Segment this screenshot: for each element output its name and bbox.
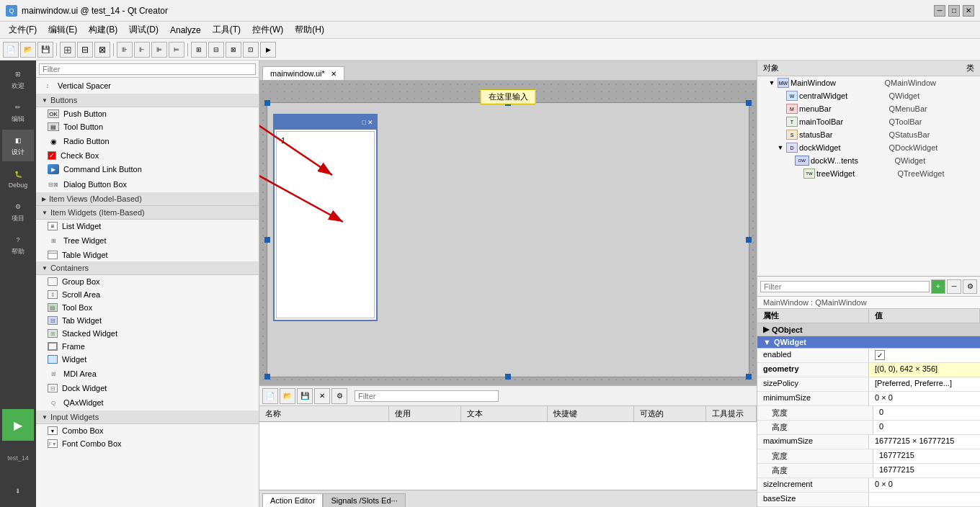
toolbar-grid-2[interactable]: ⊟: [208, 42, 224, 58]
side-run[interactable]: ▶: [2, 409, 34, 441]
bottom-filter-input[interactable]: [355, 390, 499, 402]
toolbar-preview[interactable]: ▶: [260, 42, 276, 58]
handle-tl[interactable]: [264, 100, 270, 106]
widget-vertical-spacer[interactable]: ↕ Vertical Spacer: [36, 78, 259, 94]
toolbar-new[interactable]: 📄: [3, 42, 19, 58]
widget-list-widget[interactable]: ≡ List Widget: [36, 220, 259, 233]
toolbar-btn-2[interactable]: ⊞: [60, 42, 76, 58]
menu-controls[interactable]: 控件(W): [246, 22, 289, 37]
section-item-widgets[interactable]: ▼ Item Widgets (Item-Based): [36, 206, 259, 220]
toolbar-grid-1[interactable]: ⊞: [191, 42, 207, 58]
main-window-surface[interactable]: □ ✕ 1: [267, 102, 749, 377]
side-welcome[interactable]: ⊞ 欢迎: [2, 63, 34, 95]
widget-font-combo-box[interactable]: F▼ Font Combo Box: [36, 437, 259, 450]
widget-dock-widget[interactable]: ⊟ Dock Widget: [36, 382, 259, 395]
toolbar-align-1[interactable]: ⊪: [117, 42, 133, 58]
prop-row-height2[interactable]: 高度 16777215: [757, 464, 980, 478]
maximize-button[interactable]: □: [948, 5, 960, 17]
toolbar-grid-3[interactable]: ⊠: [226, 42, 241, 58]
widget-tool-button[interactable]: ▤ Tool Button: [36, 120, 259, 133]
widget-push-button[interactable]: OK Push Button: [36, 107, 259, 120]
widget-tab-widget[interactable]: ⊟ Tab Widget: [36, 314, 259, 327]
action-delete[interactable]: ✕: [314, 388, 330, 404]
canvas-dot-background[interactable]: 在这里输入: [259, 81, 757, 385]
sub-dialog-content[interactable]: 1: [276, 131, 375, 318]
widget-frame[interactable]: Frame: [36, 340, 259, 353]
prop-remove-btn[interactable]: ─: [947, 279, 961, 294]
action-open[interactable]: 📂: [280, 388, 295, 404]
toolbar-grid-4[interactable]: ⊡: [243, 42, 259, 58]
handle-bm[interactable]: [505, 374, 511, 380]
prop-row-sizeincrement[interactable]: sizeIncrement 0 × 0: [757, 478, 980, 493]
obj-row-docktents[interactable]: DW dockW...tents QWidget: [757, 154, 980, 167]
toolbar-align-3[interactable]: ⊫: [151, 42, 167, 58]
prop-group-qobject[interactable]: ▶ QObject: [757, 323, 980, 336]
widget-stacked-widget[interactable]: ⊞ Stacked Widget: [36, 327, 259, 340]
handle-br[interactable]: [746, 374, 752, 380]
close-button[interactable]: ✕: [963, 5, 974, 17]
widget-tree-widget[interactable]: ⊞ Tree Widget: [36, 233, 259, 248]
menu-tools[interactable]: 工具(T): [207, 22, 246, 37]
obj-row-treewidget[interactable]: TW treeWidget QTreeWidget: [757, 167, 980, 180]
canvas-tab[interactable]: mainwindow.ui* ✕: [262, 66, 344, 80]
widget-qax-widget[interactable]: Q QAxWidget: [36, 395, 259, 410]
side-test14[interactable]: test_14: [2, 442, 34, 474]
side-arrow-down[interactable]: ⬇: [2, 475, 34, 507]
widget-combo-box[interactable]: ▼ Combo Box: [36, 424, 259, 437]
side-design[interactable]: ◧ 设计: [2, 130, 34, 161]
menu-file[interactable]: 文件(F): [3, 22, 43, 37]
toolbar-align-4[interactable]: ⊨: [169, 42, 184, 58]
obj-row-menubar[interactable]: M menuBar QMenuBar: [757, 102, 980, 115]
toolbar-save[interactable]: 💾: [37, 42, 53, 58]
obj-row-dockwidget[interactable]: ▼ D dockWidget QDockWidget: [757, 141, 980, 154]
section-containers[interactable]: ▼ Containers: [36, 261, 259, 275]
prop-row-width1[interactable]: 宽度 0: [757, 406, 980, 421]
menu-analyze[interactable]: Analyze: [164, 24, 207, 37]
sub-dialog[interactable]: □ ✕ 1: [273, 114, 378, 321]
tab-signals-slots[interactable]: Signals /Slots Ed···: [323, 493, 405, 507]
action-save[interactable]: 💾: [297, 388, 313, 404]
sub-dialog-close[interactable]: ✕: [368, 119, 373, 126]
widget-scroll-area[interactable]: ⇕ Scroll Area: [36, 288, 259, 301]
prop-add-btn[interactable]: +: [931, 279, 945, 294]
widget-table-widget[interactable]: Table Widget: [36, 248, 259, 261]
prop-row-basesize[interactable]: baseSize: [757, 493, 980, 507]
handle-tr[interactable]: [746, 100, 752, 106]
toolbar-btn-4[interactable]: ⊠: [94, 42, 110, 58]
menu-edit[interactable]: 编辑(E): [43, 22, 83, 37]
minimize-button[interactable]: ─: [934, 5, 945, 17]
tab-action-editor[interactable]: Action Editor: [262, 493, 323, 507]
prop-row-sizepolicy[interactable]: sizePolicy [Preferred, Preferre...]: [757, 377, 980, 392]
section-item-views[interactable]: ▶ Item Views (Model-Based): [36, 192, 259, 206]
obj-row-maintoolbar[interactable]: T mainToolBar QToolBar: [757, 115, 980, 128]
prop-row-minimumsize[interactable]: minimumSize 0 × 0: [757, 392, 980, 406]
widget-widget[interactable]: Widget: [36, 353, 259, 366]
tab-close-icon[interactable]: ✕: [331, 70, 337, 78]
section-buttons[interactable]: ▼ Buttons: [36, 94, 259, 107]
section-input-widgets[interactable]: ▼ Input Widgets: [36, 410, 259, 424]
sub-dialog-restore[interactable]: □: [362, 119, 366, 126]
widget-radio-button[interactable]: ◉ Radio Button: [36, 133, 259, 149]
menu-help[interactable]: 帮助(H): [289, 22, 330, 37]
widget-dialog-button[interactable]: ⊟⊠ Dialog Button Box: [36, 176, 259, 192]
widget-tool-box[interactable]: ▤ Tool Box: [36, 301, 259, 314]
prop-row-geometry[interactable]: geometry [(0, 0), 642 × 356]: [757, 363, 980, 377]
prop-row-maximumsize[interactable]: maximumSize 16777215 × 16777215: [757, 435, 980, 449]
handle-bl[interactable]: [264, 374, 270, 380]
side-debug[interactable]: 🐛 Debug: [2, 163, 34, 194]
prop-group-qwidget[interactable]: ▼ QWidget: [757, 336, 980, 349]
toolbar-align-2[interactable]: ⊩: [134, 42, 150, 58]
prop-filter-input[interactable]: [760, 281, 930, 292]
widget-check-box[interactable]: ✓ Check Box: [36, 149, 259, 162]
title-bar-controls[interactable]: ─ □ ✕: [934, 5, 974, 17]
side-project[interactable]: ⚙ 项目: [2, 196, 34, 228]
prop-settings-btn[interactable]: ⚙: [963, 279, 977, 294]
handle-ml[interactable]: [264, 237, 270, 243]
widget-mdi-area[interactable]: ⊠ MDI Area: [36, 366, 259, 382]
bottom-table-body[interactable]: [259, 422, 757, 490]
widget-filter-input[interactable]: [39, 63, 256, 75]
widget-group-box[interactable]: Group Box: [36, 275, 259, 288]
obj-row-centralwidget[interactable]: W centralWidget QWidget: [757, 89, 980, 102]
prop-row-height1[interactable]: 高度 0: [757, 421, 980, 435]
toolbar-btn-3[interactable]: ⊟: [77, 42, 93, 58]
